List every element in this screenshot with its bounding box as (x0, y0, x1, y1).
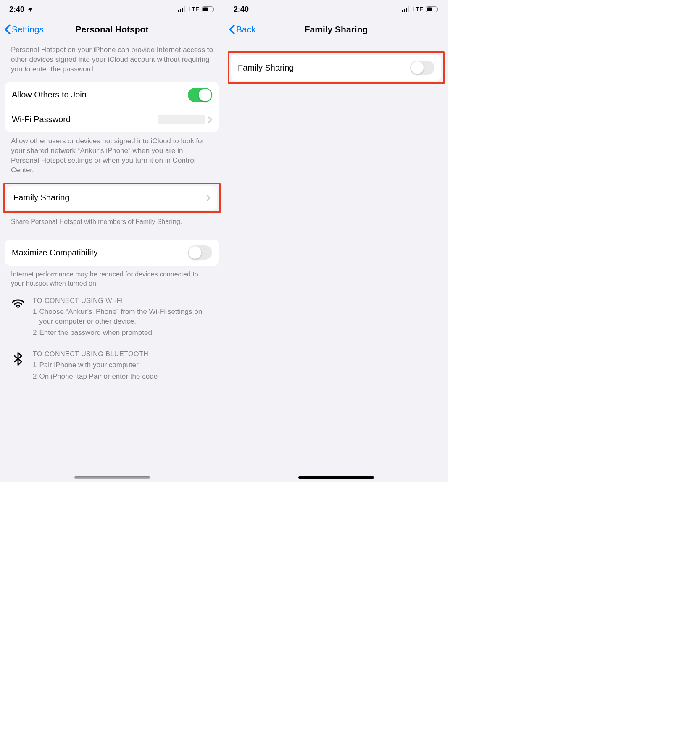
instr-step: 1Choose “Ankur’s iPhone” from the Wi-Fi … (33, 307, 213, 326)
wifi-instructions: TO CONNECT USING WI-FI 1Choose “Ankur’s … (0, 294, 224, 343)
status-bar: 2:40 LTE (0, 0, 224, 18)
row-family-sharing[interactable]: Family Sharing (7, 186, 217, 210)
chevron-left-icon (4, 24, 11, 34)
cellular-signal-icon (402, 6, 410, 12)
svg-rect-8 (402, 10, 403, 12)
network-type: LTE (189, 6, 200, 13)
group-family-sharing-toggle: Family Sharing (231, 55, 441, 81)
back-label: Settings (12, 24, 44, 34)
row-label: Family Sharing (238, 63, 410, 73)
cellular-signal-icon (178, 6, 186, 12)
maximize-toggle[interactable] (188, 245, 212, 260)
svg-rect-11 (408, 6, 409, 12)
row-maximize[interactable]: Maximize Compatibility (5, 240, 219, 266)
highlight-family-sharing-toggle: Family Sharing (228, 51, 445, 84)
chevron-right-icon (208, 116, 212, 123)
home-indicator[interactable] (74, 476, 150, 479)
svg-rect-10 (406, 8, 407, 12)
allow-desc: Allow other users or devices not signed … (0, 132, 224, 183)
svg-rect-1 (180, 9, 181, 12)
status-time: 2:40 (9, 5, 24, 14)
family-sharing-desc: Share Personal Hotspot with members of F… (0, 213, 224, 232)
chevron-right-icon (206, 195, 211, 201)
group-family-sharing: Family Sharing (7, 186, 217, 210)
row-label: Maximize Compatibility (12, 248, 188, 258)
row-allow-others[interactable]: Allow Others to Join (5, 82, 219, 108)
highlight-family-sharing: Family Sharing (3, 183, 221, 213)
instr-step: 2Enter the password when prompted. (33, 328, 213, 338)
back-label: Back (236, 24, 256, 34)
network-type: LTE (413, 6, 424, 13)
status-right: LTE (402, 6, 439, 13)
nav-bar: Back Family Sharing (224, 18, 448, 40)
battery-icon (202, 6, 215, 12)
svg-rect-13 (427, 8, 432, 11)
wifi-password-value (158, 115, 205, 124)
maximize-desc: Internet performance may be reduced for … (0, 266, 224, 294)
status-bar: 2:40 LTE (224, 0, 448, 18)
bluetooth-icon (11, 352, 25, 366)
instr-step: 2On iPhone, tap Pair or enter the code (33, 372, 213, 382)
nav-bar: Settings Personal Hotspot (0, 18, 224, 40)
instr-title: TO CONNECT USING WI-FI (33, 297, 213, 305)
wifi-icon (11, 299, 25, 309)
row-family-sharing[interactable]: Family Sharing (231, 55, 441, 81)
back-button[interactable]: Settings (4, 24, 44, 34)
content: Family Sharing (224, 40, 448, 101)
status-time: 2:40 (234, 5, 249, 14)
location-arrow-icon (27, 6, 33, 13)
instr-title: TO CONNECT USING BLUETOOTH (33, 350, 213, 358)
screen-family-sharing: 2:40 LTE (224, 0, 448, 482)
back-button[interactable]: Back (229, 24, 256, 34)
group-maximize: Maximize Compatibility (5, 240, 219, 266)
svg-rect-2 (182, 8, 183, 12)
svg-rect-9 (404, 9, 405, 12)
chevron-left-icon (229, 24, 235, 34)
row-wifi-password[interactable]: Wi-Fi Password (5, 108, 219, 132)
svg-rect-0 (178, 10, 179, 12)
instr-step: 1Pair iPhone with your computer. (33, 361, 213, 370)
bluetooth-instructions: TO CONNECT USING BLUETOOTH 1Pair iPhone … (0, 347, 224, 387)
row-label: Family Sharing (13, 193, 206, 203)
intro-text: Personal Hotspot on your iPhone can prov… (0, 40, 224, 82)
content: Personal Hotspot on your iPhone can prov… (0, 40, 224, 403)
svg-rect-3 (184, 6, 185, 12)
battery-icon (426, 6, 439, 12)
svg-rect-6 (213, 8, 214, 11)
status-left: 2:40 (234, 5, 249, 14)
group-allow-others: Allow Others to Join Wi-Fi Password (5, 82, 219, 132)
home-indicator[interactable] (298, 476, 374, 479)
screen-personal-hotspot: 2:40 LTE (0, 0, 224, 482)
status-right: LTE (178, 6, 215, 13)
svg-point-7 (17, 307, 19, 309)
status-left: 2:40 (9, 5, 33, 14)
svg-rect-14 (437, 8, 438, 11)
row-label: Allow Others to Join (12, 90, 188, 100)
allow-others-toggle[interactable] (188, 88, 212, 102)
svg-rect-5 (203, 8, 208, 11)
row-label: Wi-Fi Password (12, 115, 158, 124)
family-sharing-toggle[interactable] (410, 61, 434, 75)
page-title: Family Sharing (224, 24, 448, 34)
